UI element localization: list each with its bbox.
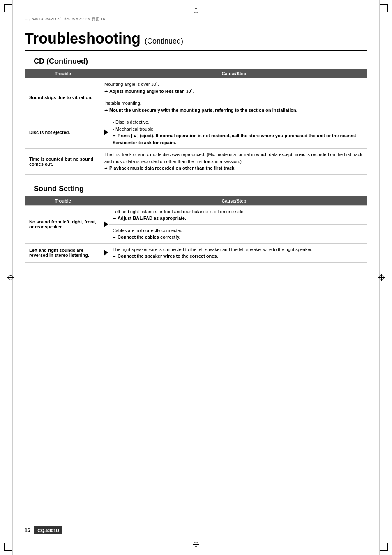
arrow-icon: ➨: [113, 216, 116, 221]
cd-section-header: CD (Continued): [25, 57, 367, 66]
title-divider: [25, 50, 367, 51]
page: CQ-5301U-0503D 5/11/2005 5:30 PM 頁面 16 T…: [0, 0, 392, 555]
cause-cell: Left and right balance, or front and rea…: [101, 205, 367, 243]
cd-header-cause: Cause/Step: [101, 69, 367, 78]
file-info: CQ-5301U-0503D 5/11/2005 5:30 PM 頁面 16: [25, 16, 367, 22]
reg-mark-right: [378, 274, 385, 281]
cause-entry: • Disc is defective. • Mechanical troubl…: [109, 116, 367, 148]
arrow-icon: ➨: [104, 166, 108, 170]
arrow-icon: ➨: [113, 253, 116, 258]
side-arrow-triangle: [104, 250, 108, 256]
reg-mark-left: [7, 274, 14, 281]
step-text: Connect the cables correctly.: [118, 235, 180, 240]
cd-section-title: CD (Continued): [34, 57, 88, 66]
cause-entries: Left and right balance, or front and rea…: [109, 206, 367, 243]
cd-header-trouble: Trouble: [25, 69, 101, 78]
corner-mark-bl: [4, 543, 12, 551]
cause-entry: Left and right balance, or front and rea…: [109, 206, 367, 225]
step-text: Press [▲] (eject). If normal operation i…: [113, 133, 356, 145]
arrow-icon: ➨: [113, 133, 116, 138]
model-badge: CQ-5301U: [34, 526, 62, 534]
arrow-icon: ➨: [104, 108, 108, 113]
side-arrow-col: [101, 206, 109, 243]
cause-entry: Cables are not correctly connected. ➨ Co…: [109, 225, 367, 243]
step-text: Mount the unit securely with the mountin…: [109, 108, 297, 113]
trouble-text: Left and right sounds are reversed in st…: [29, 248, 89, 258]
step-text: Connect the speaker wires to the correct…: [118, 253, 218, 258]
trouble-text: Disc is not ejected.: [29, 130, 70, 135]
step-text: Adjust BAL/FAD as appropriate.: [118, 216, 186, 221]
cd-section: CD (Continued) Trouble Cause/Step Sound …: [25, 57, 367, 175]
trouble-text: No sound from left, right, front, or rea…: [29, 219, 96, 229]
reg-mark-top: [193, 7, 199, 14]
cause-cell: The right speaker wire is connected to t…: [101, 243, 367, 262]
page-number: 16: [25, 527, 30, 533]
cause-cell: Mounting angle is over 30˚. ➨ Adjust mou…: [101, 78, 367, 116]
trouble-cell: Disc is not ejected.: [25, 116, 101, 149]
title-sub: (Continued): [145, 37, 183, 46]
arrow-icon: ➨: [113, 235, 116, 240]
cause-entries: • Disc is defective. • Mechanical troubl…: [109, 116, 367, 148]
sound-header-cause: Cause/Step: [101, 196, 367, 206]
cause-cell: • Disc is defective. • Mechanical troubl…: [101, 116, 367, 149]
sound-section-header: Sound Setting: [25, 184, 367, 193]
trouble-cell: Sound skips due to vibration.: [25, 78, 101, 116]
cause-row-with-arrow: The right speaker wire is connected to t…: [101, 244, 367, 262]
reg-mark-bottom: [193, 541, 199, 548]
sound-header-trouble: Trouble: [25, 196, 101, 206]
corner-mark-tr: [380, 4, 388, 12]
table-row: Sound skips due to vibration. Mounting a…: [25, 78, 367, 116]
sound-checkbox-icon: [25, 186, 30, 191]
title-main: Troubleshooting: [25, 30, 141, 47]
step-text: Adjust mounting angle to less than 30˚.: [109, 89, 194, 94]
table-row: No sound from left, right, front, or rea…: [25, 205, 367, 243]
cause-row-with-arrow: Left and right balance, or front and rea…: [101, 206, 367, 243]
cause-entry: The right speaker wire is connected to t…: [109, 244, 367, 262]
sound-section-title: Sound Setting: [34, 184, 84, 193]
corner-mark-br: [380, 543, 388, 551]
step-text: Playback music data recorded on other th…: [109, 166, 235, 170]
cd-table: Trouble Cause/Step Sound skips due to vi…: [25, 69, 367, 175]
cause-entry: Instable mounting. ➨ Mount the unit secu…: [101, 97, 367, 116]
footer: 16 CQ-5301U: [25, 526, 367, 534]
side-arrow-col: [101, 116, 109, 148]
main-title: Troubleshooting (Continued): [25, 30, 367, 47]
trouble-cell: No sound from left, right, front, or rea…: [25, 205, 101, 243]
corner-mark-tl: [4, 4, 12, 12]
arrow-icon: ➨: [104, 89, 108, 94]
trouble-text: Time is counted but no sound comes out.: [29, 157, 93, 166]
table-row: Time is counted but no sound comes out. …: [25, 149, 367, 175]
sound-table: Trouble Cause/Step No sound from left, r…: [25, 196, 367, 263]
side-arrow-col: [101, 244, 109, 262]
cause-cell: The first track of a mix mode disc was r…: [101, 149, 367, 175]
trouble-text: Sound skips due to vibration.: [29, 95, 92, 100]
cause-entry: The first track of a mix mode disc was r…: [101, 149, 367, 174]
cd-checkbox-icon: [25, 59, 30, 64]
side-arrow-triangle: [104, 221, 108, 227]
trouble-cell: Left and right sounds are reversed in st…: [25, 243, 101, 262]
cause-row-with-arrow: • Disc is defective. • Mechanical troubl…: [101, 116, 367, 148]
table-row: Left and right sounds are reversed in st…: [25, 243, 367, 262]
cause-entry: Mounting angle is over 30˚. ➨ Adjust mou…: [101, 78, 367, 97]
sound-section: Sound Setting Trouble Cause/Step No soun…: [25, 184, 367, 263]
side-arrow-triangle: [104, 129, 108, 135]
cause-entries: The right speaker wire is connected to t…: [109, 244, 367, 262]
table-row: Disc is not ejected. • Disc is defective…: [25, 116, 367, 149]
trouble-cell: Time is counted but no sound comes out.: [25, 149, 101, 175]
